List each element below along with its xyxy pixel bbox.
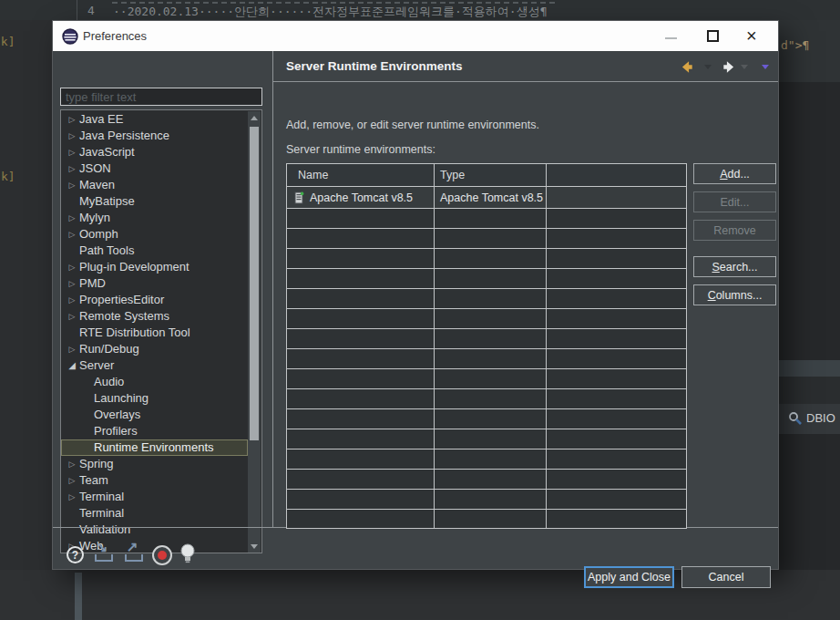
tree-item-label: Terminal <box>79 489 124 505</box>
table-empty-row[interactable] <box>287 389 686 409</box>
apply-and-close-button[interactable]: Apply and Close <box>584 566 674 588</box>
server-list-label: Server runtime environments: <box>286 143 435 156</box>
tree-collapsed-arrow-icon[interactable]: ▷ <box>67 308 77 325</box>
tree-item-profilers[interactable]: Profilers <box>61 423 248 439</box>
table-cell <box>287 229 435 248</box>
background-block: d">¶ <box>779 20 840 82</box>
table-cell <box>547 470 686 489</box>
scrollbar-thumb[interactable] <box>250 127 259 440</box>
tree-collapsed-arrow-icon[interactable]: ▷ <box>67 226 77 243</box>
tree-collapsed-arrow-icon[interactable]: ▷ <box>67 210 77 226</box>
tree-item-oomph[interactable]: ▷Oomph <box>61 226 248 243</box>
table-empty-row[interactable] <box>287 450 686 470</box>
table-empty-row[interactable] <box>287 470 686 490</box>
tree-item-terminal[interactable]: ▷Terminal <box>61 489 248 505</box>
runtime-environments-table[interactable]: NameTypeApache Tomcat v8.5Apache Tomcat … <box>286 163 687 529</box>
tree-item-spring[interactable]: ▷Spring <box>61 456 248 472</box>
table-empty-row[interactable] <box>287 309 686 329</box>
tree-item-runtime-environments[interactable]: Runtime Environments <box>61 439 248 456</box>
tree-item-terminal[interactable]: Terminal <box>61 505 248 522</box>
tree-item-audio[interactable]: Audio <box>61 374 248 390</box>
forward-arrow-icon[interactable] <box>718 60 734 74</box>
tree-item-javascript[interactable]: ▷JavaScript <box>61 144 248 160</box>
table-cell <box>435 349 547 368</box>
import-preferences-icon[interactable]: ↘ <box>93 543 116 565</box>
table-empty-row[interactable] <box>287 209 686 229</box>
add-button[interactable]: Add... <box>693 163 776 184</box>
table-empty-row[interactable] <box>287 289 686 309</box>
table-header-row[interactable]: NameType <box>287 164 686 187</box>
tree-collapsed-arrow-icon[interactable]: ▷ <box>67 111 77 128</box>
columns-button[interactable]: Columns... <box>693 284 776 305</box>
scroll-up-icon[interactable] <box>251 116 258 120</box>
back-arrow-icon[interactable] <box>681 60 698 74</box>
background-right-editor-edge: d">¶ DBIO <box>779 20 840 570</box>
tree-item-json[interactable]: ▷JSON <box>61 160 248 177</box>
table-cell <box>287 269 435 288</box>
search-button[interactable]: Search... <box>693 256 776 277</box>
tree-item-maven[interactable]: ▷Maven <box>61 177 248 193</box>
tree-item-label: PropertiesEditor <box>79 292 164 308</box>
minimize-button[interactable] <box>652 21 689 51</box>
preference-recorder-icon[interactable] <box>152 545 172 565</box>
table-empty-row[interactable] <box>287 269 686 289</box>
tree-item-mybatipse[interactable]: MyBatipse <box>61 193 248 210</box>
tree-collapsed-arrow-icon[interactable]: ▷ <box>67 128 77 144</box>
tree-item-propertieseditor[interactable]: ▷PropertiesEditor <box>61 292 248 308</box>
tree-item-path-tools[interactable]: Path Tools <box>61 243 248 259</box>
view-menu-icon[interactable] <box>762 65 769 69</box>
close-button[interactable]: × <box>736 21 773 51</box>
tree-collapsed-arrow-icon[interactable]: ▷ <box>67 456 77 472</box>
table-empty-row[interactable] <box>287 409 686 429</box>
tree-item-launching[interactable]: Launching <box>61 390 248 407</box>
tree-collapsed-arrow-icon[interactable]: ▷ <box>67 177 77 193</box>
tree-item-pmd[interactable]: ▷PMD <box>61 275 248 292</box>
table-row-apache-tomcat-v8-5[interactable]: Apache Tomcat v8.5Apache Tomcat v8.5 <box>287 187 686 209</box>
tree-item-remote-systems[interactable]: ▷Remote Systems <box>61 308 248 325</box>
background-block <box>779 377 840 404</box>
tree-collapsed-arrow-icon[interactable]: ▷ <box>67 259 77 275</box>
tree-scrollbar[interactable] <box>248 111 261 553</box>
tree-collapsed-arrow-icon[interactable]: ▷ <box>67 472 77 489</box>
maximize-button[interactable] <box>694 21 731 51</box>
tree-item-plug-in-development[interactable]: ▷Plug-in Development <box>61 259 248 275</box>
tree-collapsed-arrow-icon[interactable]: ▷ <box>67 489 77 505</box>
tree-item-rte-distribution-tool[interactable]: RTE Distribution Tool <box>61 325 248 341</box>
tree-item-overlays[interactable]: Overlays <box>61 407 248 423</box>
table-empty-row[interactable] <box>287 510 686 529</box>
tree-item-java-persistence[interactable]: ▷Java Persistence <box>61 128 248 144</box>
code-fragment: k] <box>1 170 15 183</box>
lightbulb-icon[interactable] <box>179 542 196 569</box>
tree-collapsed-arrow-icon[interactable]: ▷ <box>67 275 77 292</box>
tree-item-java-ee[interactable]: ▷Java EE <box>61 111 248 128</box>
forward-history-dropdown-icon[interactable] <box>741 65 748 69</box>
table-cell <box>287 369 435 388</box>
table-empty-row[interactable] <box>287 429 686 450</box>
table-empty-row[interactable] <box>287 490 686 510</box>
table-empty-row[interactable] <box>287 349 686 369</box>
tree-collapsed-arrow-icon[interactable]: ▷ <box>67 144 77 160</box>
table-empty-row[interactable] <box>287 329 686 349</box>
tree-collapsed-arrow-icon[interactable]: ▷ <box>67 160 77 177</box>
tree-expanded-arrow-icon[interactable]: ◢ <box>67 357 77 374</box>
cancel-button[interactable]: Cancel <box>681 566 771 588</box>
help-icon[interactable]: ? <box>67 546 84 563</box>
bottom-panel-tab-dbio[interactable]: DBIO <box>779 404 840 434</box>
tree-item-team[interactable]: ▷Team <box>61 472 248 489</box>
tree-collapsed-arrow-icon[interactable]: ▷ <box>67 292 77 308</box>
table-empty-row[interactable] <box>287 229 686 249</box>
dialog-titlebar[interactable]: Preferences × <box>53 21 778 51</box>
tree-item-label: MyBatipse <box>79 193 135 210</box>
table-empty-row[interactable] <box>287 369 686 389</box>
table-cell <box>547 490 686 509</box>
tree-item-mylyn[interactable]: ▷Mylyn <box>61 210 248 226</box>
table-empty-row[interactable] <box>287 249 686 269</box>
tree-item-server[interactable]: ◢Server <box>61 357 248 374</box>
table-cell <box>287 329 435 348</box>
back-history-dropdown-icon[interactable] <box>704 65 712 69</box>
tree-collapsed-arrow-icon[interactable]: ▷ <box>67 341 77 357</box>
table-cell <box>287 349 435 368</box>
tree-item-run-debug[interactable]: ▷Run/Debug <box>61 341 248 357</box>
filter-input[interactable] <box>60 88 262 106</box>
export-preferences-icon[interactable]: ↗ <box>123 543 146 565</box>
